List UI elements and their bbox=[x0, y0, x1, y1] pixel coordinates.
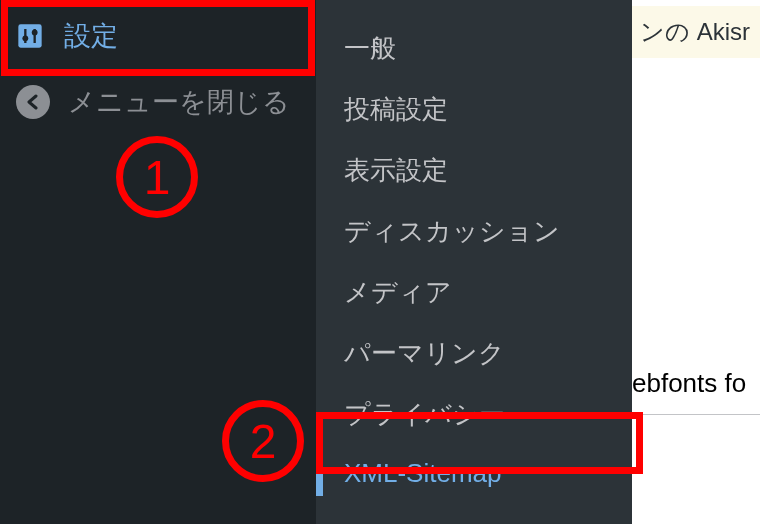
submenu-label: パーマリンク bbox=[344, 338, 505, 368]
sidebar-collapse-label: メニューを閉じる bbox=[68, 84, 290, 120]
submenu-label: 一般 bbox=[344, 33, 396, 63]
sidebar-item-collapse[interactable]: メニューを閉じる bbox=[0, 72, 316, 132]
sidebar-item-settings[interactable]: 設定 bbox=[0, 0, 316, 72]
submenu-item-general[interactable]: 一般 bbox=[316, 18, 632, 79]
submenu-item-xml-sitemap[interactable]: XML-Sitemap bbox=[316, 445, 632, 502]
content-webfonts-text: ebfonts fo bbox=[632, 368, 746, 399]
submenu-label: ディスカッション bbox=[344, 216, 560, 246]
sidebar-settings-label: 設定 bbox=[64, 18, 118, 54]
admin-notice-text: ンの Akisr bbox=[640, 16, 750, 48]
svg-point-3 bbox=[22, 35, 28, 41]
submenu-item-discussion[interactable]: ディスカッション bbox=[316, 201, 632, 262]
settings-sliders-icon bbox=[16, 22, 44, 50]
submenu-item-permalinks[interactable]: パーマリンク bbox=[316, 323, 632, 384]
chevron-left-circle-icon bbox=[16, 85, 50, 119]
submenu-item-privacy[interactable]: プライバシー bbox=[316, 384, 632, 445]
submenu-label: メディア bbox=[344, 277, 452, 307]
settings-submenu: 一般 投稿設定 表示設定 ディスカッション メディア パーマリンク プライバシー… bbox=[316, 0, 632, 524]
admin-notice-bar: ンの Akisr bbox=[632, 6, 760, 58]
svg-point-4 bbox=[32, 30, 38, 36]
svg-rect-0 bbox=[18, 24, 41, 47]
submenu-item-writing[interactable]: 投稿設定 bbox=[316, 79, 632, 140]
submenu-label: プライバシー bbox=[344, 399, 505, 429]
submenu-label: XML-Sitemap bbox=[344, 458, 502, 488]
submenu-item-reading[interactable]: 表示設定 bbox=[316, 140, 632, 201]
submenu-label: 表示設定 bbox=[344, 155, 448, 185]
content-divider bbox=[632, 414, 760, 415]
submenu-label: 投稿設定 bbox=[344, 94, 448, 124]
sidebar: 設定 メニューを閉じる bbox=[0, 0, 316, 524]
submenu-item-media[interactable]: メディア bbox=[316, 262, 632, 323]
